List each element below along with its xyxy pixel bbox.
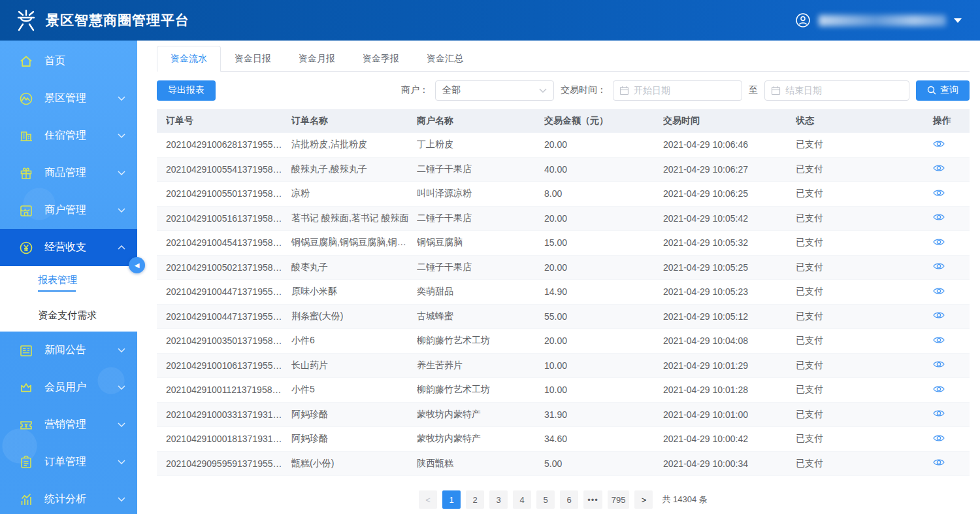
user-dropdown-caret-icon[interactable]: [954, 18, 962, 23]
sidebar-item-goods-management[interactable]: 商品管理: [0, 154, 137, 192]
cell-order_no: 202104291004471371955889: [166, 311, 291, 322]
active-underline: [38, 290, 76, 292]
start-date-picker[interactable]: [613, 80, 742, 101]
view-detail-eye-icon[interactable]: [933, 385, 945, 394]
export-report-button[interactable]: 导出报表: [157, 80, 216, 101]
cell-operations: [930, 335, 970, 347]
cell-merchant: 柳韵藤竹艺术工坊: [417, 384, 544, 396]
cell-order_no: 202104290959591371955751: [166, 458, 291, 469]
chevron-down-icon: [118, 208, 125, 213]
cell-order_no: 202104291004471371955767: [166, 286, 291, 297]
page-button-4[interactable]: 4: [513, 490, 531, 509]
cell-time: 2021-04-29 10:05:32: [663, 237, 796, 248]
cell-operations: [930, 262, 970, 273]
sidebar-item-scenic-management[interactable]: 景区管理: [0, 80, 137, 117]
tab-2[interactable]: 资金月报: [285, 46, 349, 72]
cell-status: 已支付: [796, 286, 930, 298]
main-content: 资金流水资金日报资金月报资金季报资金汇总 导出报表 商户： 全部 交易时间：: [137, 41, 980, 514]
submenu-item-report-management[interactable]: 报表管理: [0, 266, 137, 299]
search-button[interactable]: 查询: [916, 80, 970, 101]
view-detail-eye-icon[interactable]: [933, 213, 945, 222]
view-detail-eye-icon[interactable]: [933, 188, 945, 197]
cell-name: 小件6: [291, 335, 417, 347]
cell-amount: 10.00: [544, 360, 663, 371]
cell-time: 2021-04-29 10:01:28: [663, 385, 796, 395]
next-page-button[interactable]: >: [634, 490, 653, 509]
page-ellipsis[interactable]: •••: [583, 490, 602, 509]
goods-icon: [18, 165, 34, 181]
page-button-6[interactable]: 6: [560, 490, 578, 509]
time-filter-label: 交易时间：: [561, 84, 606, 96]
view-detail-eye-icon[interactable]: [933, 262, 945, 271]
view-detail-eye-icon[interactable]: [933, 237, 945, 247]
view-detail-eye-icon[interactable]: [933, 286, 945, 296]
cell-order_no: 202104291000331371931025: [166, 409, 291, 420]
cell-order_no: 202104291003501371958361: [166, 335, 291, 346]
cell-merchant: 二锤子干果店: [417, 262, 544, 273]
sidebar-item-members[interactable]: 会员用户: [0, 369, 137, 406]
calendar-icon: [771, 86, 781, 95]
tab-1[interactable]: 资金日报: [221, 46, 285, 72]
table-row: 202104291001061371955883长山药片养生苦荞片10.0020…: [157, 354, 970, 379]
view-detail-eye-icon[interactable]: [933, 458, 945, 467]
prev-page-button[interactable]: <: [419, 490, 437, 509]
cell-amount: 40.00: [544, 164, 663, 175]
sidebar-collapse-handle[interactable]: ◀: [129, 257, 145, 273]
cell-amount: 55.00: [544, 311, 663, 322]
cell-time: 2021-04-29 10:05:25: [663, 262, 796, 273]
view-detail-eye-icon[interactable]: [933, 360, 945, 369]
tab-4[interactable]: 资金汇总: [413, 46, 477, 72]
sidebar-item-lodging-management[interactable]: 住宿管理: [0, 117, 137, 154]
cell-status: 已支付: [796, 335, 930, 347]
sidebar: 首页 景区管理 住宿管理 商品管理 商: [0, 41, 137, 514]
tab-3[interactable]: 资金季报: [349, 46, 413, 72]
sidebar-item-label: 新闻公告: [44, 343, 86, 357]
cell-name: 酸辣丸子,酸辣丸子: [291, 163, 417, 175]
cell-amount: 20.00: [544, 335, 663, 346]
cell-time: 2021-04-29 10:06:46: [663, 139, 796, 150]
date-range-separator: 至: [749, 84, 758, 96]
sidebar-item-marketing[interactable]: 营销管理: [0, 406, 137, 443]
user-menu[interactable]: [795, 12, 962, 28]
sidebar-item-label: 商户管理: [44, 203, 86, 217]
sidebar-item-finance[interactable]: 经营收支: [0, 229, 137, 266]
page-button-2[interactable]: 2: [466, 490, 484, 509]
end-date-input[interactable]: [785, 85, 903, 95]
sidebar-item-label: 首页: [44, 54, 65, 68]
sidebar-item-statistics[interactable]: 统计分析: [0, 481, 137, 514]
start-date-input[interactable]: [634, 85, 736, 95]
cell-order_no: 202104291005021371958615: [166, 262, 291, 273]
view-detail-eye-icon[interactable]: [933, 335, 945, 345]
column-header-amount: 交易金额（元）: [544, 115, 663, 127]
page-button-795[interactable]: 795: [608, 490, 630, 509]
cell-operations: [930, 409, 970, 420]
end-date-picker[interactable]: [764, 80, 909, 101]
page-button-1[interactable]: 1: [442, 490, 461, 509]
statistics-icon: [18, 492, 34, 507]
view-detail-eye-icon[interactable]: [933, 409, 945, 418]
sidebar-item-news[interactable]: 新闻公告: [0, 332, 137, 369]
view-detail-eye-icon[interactable]: [933, 163, 945, 173]
view-detail-eye-icon[interactable]: [933, 434, 945, 443]
cell-merchant: 叫叫泽源凉粉: [417, 188, 544, 199]
view-detail-eye-icon[interactable]: [933, 139, 945, 148]
merchant-icon: [18, 203, 34, 218]
page-button-3[interactable]: 3: [489, 490, 508, 509]
cell-amount: 15.00: [544, 237, 663, 248]
sidebar-item-home[interactable]: 首页: [0, 43, 137, 80]
view-detail-eye-icon[interactable]: [933, 311, 945, 320]
cell-time: 2021-04-29 10:04:08: [663, 335, 796, 346]
table-row: 202104291003501371958361小件6柳韵藤竹艺术工坊20.00…: [157, 329, 970, 354]
page-button-5[interactable]: 5: [536, 490, 555, 509]
merchant-select[interactable]: 全部: [435, 80, 554, 101]
tab-0-active[interactable]: 资金流水: [157, 46, 221, 72]
cell-name: 甑糕(小份): [291, 458, 417, 470]
cell-amount: 20.00: [544, 262, 663, 273]
sidebar-item-orders[interactable]: 订单管理: [0, 443, 137, 481]
submenu-item-fund-payment-request[interactable]: 资金支付需求: [0, 299, 137, 332]
cell-status: 已支付: [796, 433, 930, 445]
sidebar-item-merchant-management[interactable]: 商户管理: [0, 192, 137, 229]
cell-name: 铜锅豆腐脑,铜锅豆腐脑,铜锅...: [291, 237, 417, 248]
cell-order_no: 202104291001121371958361: [166, 385, 291, 395]
filter-bar: 导出报表 商户： 全部 交易时间： 至: [157, 80, 970, 101]
